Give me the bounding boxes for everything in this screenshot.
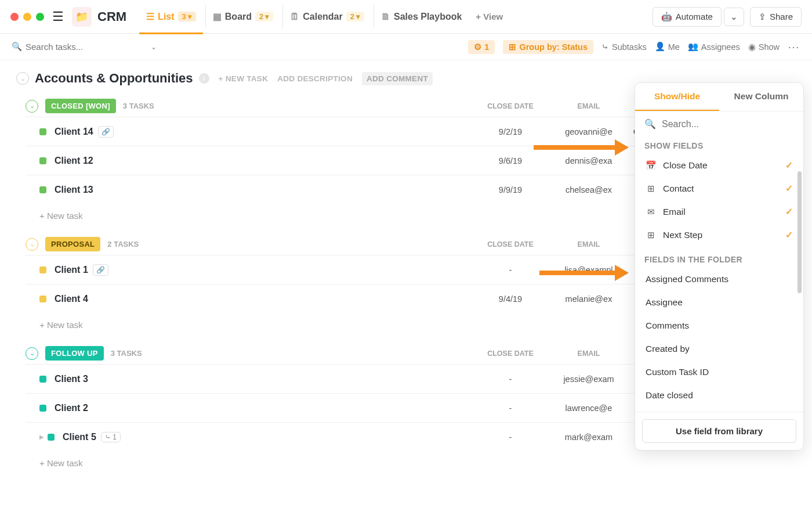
view-tab-calendar[interactable]: 🗓 Calendar 2 ▾ [282,5,371,28]
menu-icon[interactable]: ☰ [52,9,64,24]
link-icon[interactable]: 🔗 [93,264,108,276]
panel-search-input[interactable] [662,119,794,129]
search-input[interactable] [26,42,147,52]
add-comment-button[interactable]: ADD COMMENT [362,72,433,85]
panel-search[interactable]: 🔍 [635,111,803,136]
filter-count-pill[interactable]: ⚙1 [468,40,495,54]
people-icon: 👥 [688,42,698,52]
status-square[interactable] [39,186,46,193]
link-icon[interactable]: 🔗 [98,126,114,138]
status-square[interactable] [39,128,46,135]
filter-count: 1 [484,42,489,52]
share-button[interactable]: ⇪ Share [750,7,802,27]
calendar-icon: 🗓 [290,12,299,22]
add-description-button[interactable]: ADD DESCRIPTION [277,74,353,83]
folder-field-item[interactable]: Custom Task ID [635,361,803,384]
annotation-arrow-2 [539,267,629,279]
cell-email: dennis@exa [551,156,626,165]
share-icon: ⇪ [759,12,766,22]
minimize-dot[interactable] [23,13,31,21]
new-task-row[interactable]: + New task [26,451,800,468]
status-pill[interactable]: CLOSED [WON] [45,99,116,113]
status-pill[interactable]: FOLLOW UP [45,346,104,361]
field-icon: ⊞ [646,230,656,240]
person-icon: 👤 [655,42,665,52]
task-count: 2 TASKS [107,240,139,248]
subtasks-toggle[interactable]: ⤷Subtasks [601,42,647,52]
status-pill[interactable]: PROPOSAL [45,237,100,251]
board-icon: ▦ [213,11,222,22]
eye-icon: ◉ [748,42,756,52]
cell-date: - [470,433,551,442]
cell-email: chelsea@ex [551,185,626,194]
show-field-item[interactable]: 📅Close Date✓ [635,154,803,177]
folder-field-item[interactable]: Date closed [635,384,803,407]
group-collapse-button[interactable]: ⌄ [26,347,38,360]
chevron-down-icon[interactable]: ⌄ [151,43,157,51]
app-header: ☰ 📁 CRM ☰ List 3 ▾ ▦ Board 2 ▾ 🗓 Calenda… [0,0,812,34]
view-tab-list[interactable]: ☰ List 3 ▾ [139,5,203,28]
cell-date: 9/4/19 [470,294,551,304]
panel-tab-newcolumn[interactable]: New Column [719,83,803,111]
view-tab-playbook[interactable]: 🗎 Sales Playbook [374,5,469,28]
show-field-item[interactable]: ⊞Next Step✓ [635,224,803,247]
task-name: Client 2 [55,403,88,413]
folder-badge[interactable]: 📁 [72,7,92,27]
show-field-item[interactable]: ✉Email✓ [635,200,803,224]
show-field-item[interactable]: ⊞Contact✓ [635,177,803,200]
subtask-count-chip[interactable]: ⤷ 1 [101,432,121,442]
col-email: EMAIL [551,350,626,358]
search-box[interactable]: 🔍 ⌄ [12,42,157,52]
group-by-label: Group by: Status [519,42,588,52]
me-filter[interactable]: 👤Me [655,42,680,52]
group-collapse-button[interactable]: ⌄ [26,100,38,113]
maximize-dot[interactable] [36,13,44,21]
folder-field-item[interactable]: Comments [635,314,803,337]
cell-date: - [470,403,551,413]
annotation-arrow-1 [534,142,629,153]
field-label: Close Date [663,160,708,171]
col-close-date: CLOSE DATE [470,350,551,358]
status-square[interactable] [39,266,46,273]
expand-icon[interactable]: ▶ [39,434,44,440]
more-icon[interactable]: ⋯ [788,40,800,54]
task-count: 3 TASKS [111,349,142,358]
folder-field-item[interactable]: Assigned Comments [635,268,803,291]
status-square[interactable] [39,376,46,383]
field-icon: 📅 [646,160,656,171]
folder-field-item[interactable]: Created by [635,337,803,361]
folder-field-item[interactable]: Assignee [635,291,803,314]
status-square[interactable] [39,296,46,302]
field-icon: ⊞ [646,183,656,194]
use-field-library-button[interactable]: Use field from library [642,419,796,443]
view-tab-playbook-label: Sales Playbook [394,12,462,22]
fields-panel: Show/Hide New Column 🔍 SHOW FIELDS 📅Clos… [635,82,804,451]
group-by-pill[interactable]: ⊞Group by: Status [503,40,593,54]
task-name: Client 3 [55,374,88,384]
assignees-filter[interactable]: 👥Assignees [688,42,740,52]
doc-icon: 🗎 [381,12,390,22]
status-square[interactable] [39,405,46,412]
status-square[interactable] [48,434,55,441]
view-tab-list-label: List [158,12,174,22]
task-count: 3 TASKS [123,102,154,110]
close-dot[interactable] [10,13,19,21]
add-view-button[interactable]: + View [476,12,503,21]
new-task-button[interactable]: + NEW TASK [219,74,269,83]
group-collapse-button[interactable]: ⌄ [26,238,38,251]
workspace-title: CRM [97,9,126,24]
collapse-all-button[interactable]: ⌄ [16,72,29,85]
board-count: 2 [259,12,263,21]
automate-dropdown[interactable]: ⌄ [724,8,744,26]
info-icon[interactable]: i [199,73,209,84]
panel-tab-showhide[interactable]: Show/Hide [635,83,719,111]
check-icon: ✓ [785,230,793,240]
search-icon: 🔍 [644,118,656,129]
field-label: Next Step [663,230,702,240]
automate-button[interactable]: 🤖 Automate [652,7,722,27]
view-tab-board[interactable]: ▦ Board 2 ▾ [205,5,280,28]
show-menu[interactable]: ◉Show [748,42,780,52]
list-count: 3 [182,12,186,21]
status-square[interactable] [39,157,46,164]
scrollbar-thumb[interactable] [798,171,802,293]
